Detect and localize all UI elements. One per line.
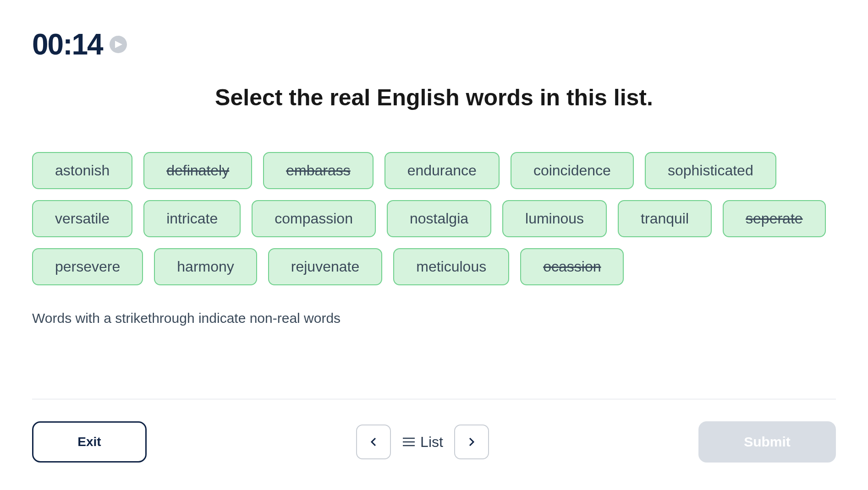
play-icon[interactable] [110,36,127,53]
word-chip[interactable]: endurance [385,152,500,189]
word-chip[interactable]: ocassion [520,248,624,285]
word-grid: astonishdefinatelyembarassendurancecoinc… [32,152,836,285]
word-chip[interactable]: nostalgia [387,200,491,237]
next-button[interactable] [454,425,489,459]
word-chip[interactable]: compassion [252,200,376,237]
word-chip[interactable]: intricate [143,200,241,237]
word-chip[interactable]: definately [143,152,252,189]
chevron-right-icon [466,436,477,447]
footer: Exit List Submit [32,399,836,463]
word-chip[interactable]: sophisticated [645,152,776,189]
list-icon [402,436,416,447]
prev-button[interactable] [356,425,391,459]
word-chip[interactable]: seperate [723,200,826,237]
divider [32,399,836,399]
instruction-title: Select the real English words in this li… [32,84,836,111]
word-chip[interactable]: harmony [154,248,257,285]
word-chip[interactable]: tranquil [618,200,712,237]
word-chip[interactable]: versatile [32,200,132,237]
timer-display: 00:14 [32,27,103,61]
list-label: List [420,434,443,451]
strikethrough-note: Words with a strikethrough indicate non-… [32,310,836,326]
svg-marker-0 [115,41,122,48]
word-chip[interactable]: astonish [32,152,132,189]
word-chip[interactable]: luminous [502,200,607,237]
nav-group: List [356,425,489,459]
exit-button[interactable]: Exit [32,421,147,463]
word-chip[interactable]: rejuvenate [268,248,382,285]
timer-row: 00:14 [32,27,836,61]
word-chip[interactable]: meticulous [393,248,509,285]
word-chip[interactable]: embarass [263,152,374,189]
chevron-left-icon [368,436,379,447]
list-button[interactable]: List [402,434,443,451]
word-chip[interactable]: persevere [32,248,143,285]
word-chip[interactable]: coincidence [511,152,634,189]
submit-button[interactable]: Submit [698,421,836,463]
